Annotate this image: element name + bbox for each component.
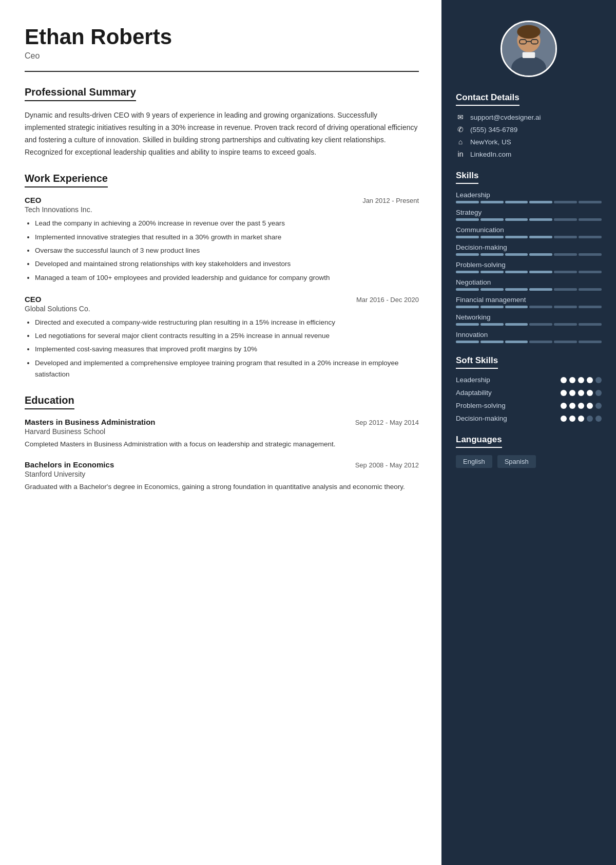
skill-segment <box>505 201 528 203</box>
skill-item: Networking <box>456 313 602 326</box>
skill-segment <box>505 341 528 343</box>
skill-segment <box>554 201 577 203</box>
languages-section: Languages EnglishSpanish <box>456 435 602 468</box>
languages-list: EnglishSpanish <box>456 455 602 468</box>
skill-segment <box>579 253 602 256</box>
skill-item: Problem-solving <box>456 261 602 273</box>
edu-dates: Sep 2012 - May 2014 <box>355 419 419 426</box>
skill-item: Communication <box>456 226 602 238</box>
contact-icon: ✉ <box>456 113 465 121</box>
job-bullet: Implemented innovative strategies that r… <box>35 232 419 243</box>
summary-title: Professional Summary <box>25 86 136 101</box>
skill-segment <box>505 306 528 308</box>
job-bullet: Led negotiations for several major clien… <box>35 330 419 342</box>
skill-segment <box>554 323 577 326</box>
soft-skill-dots <box>561 390 602 396</box>
skill-name: Networking <box>456 313 602 321</box>
skill-segment <box>456 341 479 343</box>
skill-segment <box>505 236 528 238</box>
skill-segment <box>554 288 577 291</box>
skill-segment <box>529 218 552 221</box>
soft-skill-dot <box>561 403 567 409</box>
soft-skill-dot <box>561 416 567 422</box>
skill-item: Financial management <box>456 296 602 308</box>
job-dates: Mar 2016 - Dec 2020 <box>356 296 419 304</box>
skill-bar <box>456 253 602 256</box>
job-bullet: Implemented cost-saving measures that im… <box>35 344 419 355</box>
skill-item: Innovation <box>456 331 602 343</box>
skill-bar <box>456 218 602 221</box>
soft-skill-item: Decision-making <box>456 415 602 422</box>
soft-skill-dot <box>587 377 593 383</box>
skill-segment <box>480 271 504 273</box>
summary-section: Professional Summary Dynamic and results… <box>25 86 419 158</box>
job-dates: Jan 2012 - Present <box>362 197 419 204</box>
skill-segment <box>529 271 552 273</box>
contact-title: Contact Details <box>456 92 519 106</box>
skill-segment <box>579 201 602 203</box>
skill-segment <box>505 323 528 326</box>
soft-skill-dot <box>595 416 602 422</box>
job-company: Global Solutions Co. <box>25 305 419 313</box>
skill-segment <box>480 306 504 308</box>
job-bullet: Managed a team of 100+ employees and pro… <box>35 272 419 284</box>
skill-segment <box>505 253 528 256</box>
skill-item: Leadership <box>456 191 602 203</box>
language-tag: Spanish <box>497 455 536 468</box>
skill-segment <box>480 288 504 291</box>
skill-segment <box>456 218 479 221</box>
skills-list: LeadershipStrategyCommunicationDecision-… <box>456 191 602 343</box>
education-title: Education <box>25 394 74 409</box>
soft-skill-dots <box>561 377 602 383</box>
contact-item: ✆(555) 345-6789 <box>456 125 602 134</box>
skill-segment <box>529 323 552 326</box>
soft-skill-dots <box>561 403 602 409</box>
skill-segment <box>480 201 504 203</box>
skill-segment <box>554 253 577 256</box>
jobs-list: CEOJan 2012 - PresentTech Innovations In… <box>25 196 419 380</box>
header-divider <box>25 71 419 72</box>
edu-entry: Masters in Business AdministrationSep 20… <box>25 418 419 450</box>
education-list: Masters in Business AdministrationSep 20… <box>25 418 419 493</box>
right-column: Contact Details ✉support@cvdesigner.ai✆(… <box>441 0 616 865</box>
soft-skill-dot <box>569 390 575 396</box>
soft-skill-dots <box>561 416 602 422</box>
skill-segment <box>529 306 552 308</box>
skill-segment <box>456 288 479 291</box>
work-experience-section: Work Experience CEOJan 2012 - PresentTec… <box>25 173 419 380</box>
skill-segment <box>529 288 552 291</box>
soft-skill-item: Problem-solving <box>456 402 602 409</box>
skill-segment <box>529 253 552 256</box>
soft-skill-dot <box>587 390 593 396</box>
skill-segment <box>579 218 602 221</box>
avatar-wrapper <box>456 21 602 77</box>
skill-segment <box>554 306 577 308</box>
svg-rect-4 <box>523 52 535 58</box>
skill-bar <box>456 341 602 343</box>
contact-icon: ✆ <box>456 125 465 134</box>
skill-name: Financial management <box>456 296 602 304</box>
edu-description: Completed Masters in Business Administra… <box>25 439 419 450</box>
soft-skill-dot <box>578 377 584 383</box>
edu-dates: Sep 2008 - May 2012 <box>355 461 419 469</box>
skill-segment <box>505 288 528 291</box>
edu-school: Harvard Business School <box>25 427 419 436</box>
skill-segment <box>579 288 602 291</box>
soft-skill-item: Leadership <box>456 376 602 384</box>
job-bullet: Developed and implemented a comprehensiv… <box>35 358 419 381</box>
soft-skills-title: Soft Skills <box>456 355 498 369</box>
skill-segment <box>579 236 602 238</box>
skill-item: Decision-making <box>456 243 602 256</box>
skill-segment <box>456 236 479 238</box>
soft-skill-dot <box>569 403 575 409</box>
skill-segment <box>529 236 552 238</box>
candidate-name: Ethan Roberts <box>25 25 419 49</box>
contact-item: ⌂NewYork, US <box>456 138 602 146</box>
skills-section: Skills LeadershipStrategyCommunicationDe… <box>456 171 602 343</box>
soft-skills-section: Soft Skills LeadershipAdaptabilityProble… <box>456 355 602 422</box>
skill-segment <box>554 271 577 273</box>
soft-skill-dot <box>569 416 575 422</box>
soft-skill-dot <box>569 377 575 383</box>
skill-name: Decision-making <box>456 243 602 251</box>
skill-name: Leadership <box>456 191 602 199</box>
